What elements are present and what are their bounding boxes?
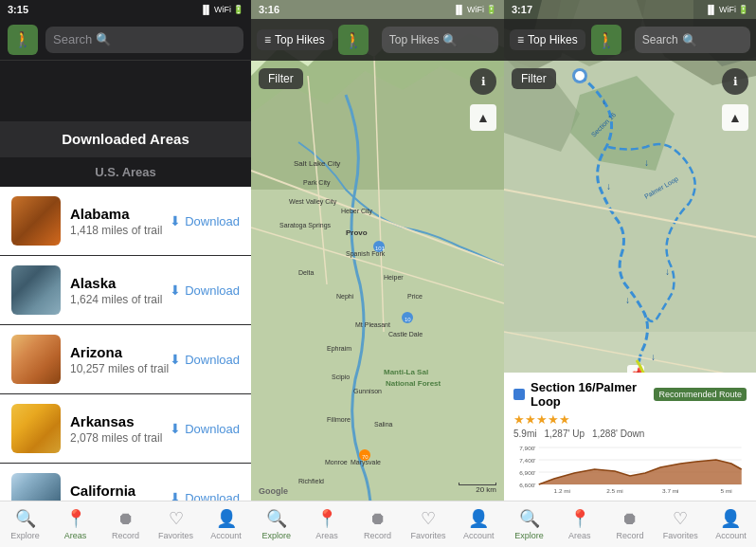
nav-areas-2[interactable]: 📍 Areas (301, 508, 351, 540)
search-bar-3[interactable]: Search 🔍 (635, 27, 750, 53)
top-hikes-label-2: Top Hikes (275, 33, 325, 46)
search-icon-3: 🔍 (682, 33, 697, 47)
svg-text:Monroe: Monroe (325, 459, 348, 465)
download-icon-california: ⬇ (170, 490, 181, 501)
signal-icon-3: ▐▌ (705, 5, 717, 14)
status-bar-1: 3:15 ▐▌ WiFi 🔋 (0, 0, 251, 19)
svg-text:Provo: Provo (346, 228, 368, 237)
nav-favorites-3[interactable]: ♡ Favorites (656, 508, 706, 540)
favorites-icon-2: ♡ (421, 508, 436, 529)
download-btn-arkansas[interactable]: ⬇ Download (170, 421, 240, 436)
download-btn-alabama[interactable]: ⬇ Download (170, 213, 240, 228)
info-btn-2[interactable]: ℹ (470, 68, 496, 95)
svg-text:Park City: Park City (303, 179, 331, 187)
download-icon-arkansas: ⬇ (170, 421, 181, 436)
compass-btn-2[interactable]: ▲ (470, 104, 496, 131)
areas-label-1: Areas (64, 531, 87, 540)
download-btn-california[interactable]: ⬇ Download (170, 490, 240, 501)
download-label-alaska: Download (185, 283, 240, 298)
elevation-chart: 7,900' 7,400' 6,900' 6,600' 1.2 mi 2.5 m… (513, 443, 747, 495)
bottom-nav-3: 🔍 Explore 📍 Areas ⏺ Record ♡ Favorites 👤… (504, 501, 756, 547)
nav-areas-1[interactable]: 📍 Areas (50, 508, 100, 540)
trail-card[interactable]: Section 16/Palmer Loop Recommended Route… (504, 373, 756, 501)
scale-bar-2: 20 km (459, 483, 496, 494)
record-label-3: Record (617, 531, 644, 540)
trail-elev-up: 1,287' Up (544, 428, 585, 439)
download-btn-arizona[interactable]: ⬇ Download (170, 352, 240, 367)
bottom-nav-1: 🔍 Explore 📍 Areas ⏺ Record ♡ Favorites 👤… (0, 501, 251, 547)
search-bar-2[interactable]: Top Hikes 🔍 (382, 27, 498, 53)
search-text-1: Search (53, 32, 92, 46)
nav-record-1[interactable]: ⏺ Record (100, 509, 151, 540)
area-item-alaska[interactable]: Alaska 1,624 miles of trail ⬇ Download (0, 256, 251, 325)
svg-text:Scipio: Scipio (332, 374, 350, 381)
svg-text:Saratoga Springs: Saratoga Springs (279, 222, 332, 229)
area-info-alabama: Alabama 1,418 miles of trail (70, 206, 170, 237)
nav-account-2[interactable]: 👤 Account (454, 508, 504, 540)
area-info-arizona: Arizona 10,257 miles of trail (70, 344, 170, 375)
areas-label-2: Areas (315, 531, 338, 540)
google-logo-2: Google (259, 486, 288, 496)
nav-explore-2[interactable]: 🔍 Explore (251, 508, 301, 540)
nav-record-3[interactable]: ⏺ Record (604, 509, 655, 540)
signal-icon-2: ▐▌ (453, 5, 465, 14)
top-hikes-btn-2[interactable]: ≡ Top Hikes (257, 29, 333, 50)
us-areas-label: U.S. Areas (15, 165, 236, 179)
explore-icon-2: 🔍 (266, 508, 287, 529)
svg-text:7,400': 7,400' (519, 457, 535, 464)
nav-areas-3[interactable]: 📍 Areas (554, 508, 604, 540)
top-bar-1: 🚶 Search 🔍 (0, 19, 251, 61)
svg-text:Gunnison: Gunnison (353, 388, 382, 394)
area-name-arizona: Arizona (70, 344, 170, 360)
bottom-nav-2: 🔍 Explore 📍 Areas ⏺ Record ♡ Favorites 👤… (251, 501, 504, 547)
area-thumb-alabama (11, 196, 61, 246)
area-item-alabama[interactable]: Alabama 1,418 miles of trail ⬇ Download (0, 187, 251, 256)
area-thumb-arizona (11, 335, 61, 384)
nav-explore-3[interactable]: 🔍 Explore (504, 508, 554, 540)
explore-icon-1: 🔍 (15, 508, 36, 529)
download-btn-alaska[interactable]: ⬇ Download (170, 283, 240, 298)
compass-btn-3[interactable]: ▲ (722, 104, 748, 131)
top-bar-3: ≡ Top Hikes 🚶 Search 🔍 (504, 19, 756, 61)
filter-btn-3[interactable]: Filter (512, 68, 556, 89)
area-item-california[interactable]: California 22,946 miles of trail ⬇ Downl… (0, 464, 251, 501)
filter-btn-2[interactable]: Filter (259, 68, 303, 89)
area-info-california: California 22,946 miles of trail (70, 483, 170, 501)
svg-text:Richfield: Richfield (298, 478, 324, 484)
search-bar-1[interactable]: Search 🔍 (45, 27, 243, 53)
favorites-label-2: Favorites (410, 531, 445, 540)
account-label-3: Account (715, 531, 747, 540)
us-areas-header: U.S. Areas (0, 157, 251, 187)
nav-account-1[interactable]: 👤 Account (201, 508, 251, 540)
svg-text:Castle Dale: Castle Dale (388, 331, 423, 337)
svg-text:1.2 mi: 1.2 mi (554, 487, 570, 494)
svg-text:↓: ↓ (651, 352, 656, 362)
svg-text:Manti-La Sal: Manti-La Sal (384, 368, 428, 376)
svg-text:2.5 mi: 2.5 mi (606, 487, 622, 494)
svg-text:West Valley City: West Valley City (289, 198, 337, 206)
area-item-arizona[interactable]: Arizona 10,257 miles of trail ⬇ Download (0, 325, 251, 394)
top-hikes-btn-3[interactable]: ≡ Top Hikes (510, 29, 585, 50)
nav-favorites-2[interactable]: ♡ Favorites (403, 508, 453, 540)
status-bar-3: 3:17 ▐▌ WiFi 🔋 (504, 0, 756, 19)
explore-label-3: Explore (514, 531, 544, 540)
nav-account-3[interactable]: 👤 Account (706, 508, 756, 540)
nav-explore-1[interactable]: 🔍 Explore (0, 508, 50, 540)
time-2: 3:16 (259, 4, 279, 15)
info-btn-3[interactable]: ℹ (722, 68, 748, 95)
signal-icon: ▐▌ (200, 5, 212, 14)
nav-favorites-1[interactable]: ♡ Favorites (151, 508, 201, 540)
trail-color-dot (513, 389, 525, 400)
download-label-arizona: Download (185, 353, 240, 367)
svg-text:↓: ↓ (625, 295, 630, 305)
svg-text:5 mi: 5 mi (721, 487, 732, 494)
app-logo-2: 🚶 (338, 25, 369, 55)
nav-record-2[interactable]: ⏺ Record (352, 509, 403, 540)
areas-label-3: Areas (568, 531, 591, 540)
area-miles-arkansas: 2,078 miles of trail (70, 431, 170, 445)
record-icon-3: ⏺ (621, 509, 639, 529)
favorites-label-1: Favorites (158, 531, 193, 540)
svg-text:3.7 mi: 3.7 mi (662, 487, 678, 494)
panel-map: Salt Lake City Park City West Valley Cit… (251, 0, 504, 547)
area-item-arkansas[interactable]: Arkansas 2,078 miles of trail ⬇ Download (0, 394, 251, 464)
